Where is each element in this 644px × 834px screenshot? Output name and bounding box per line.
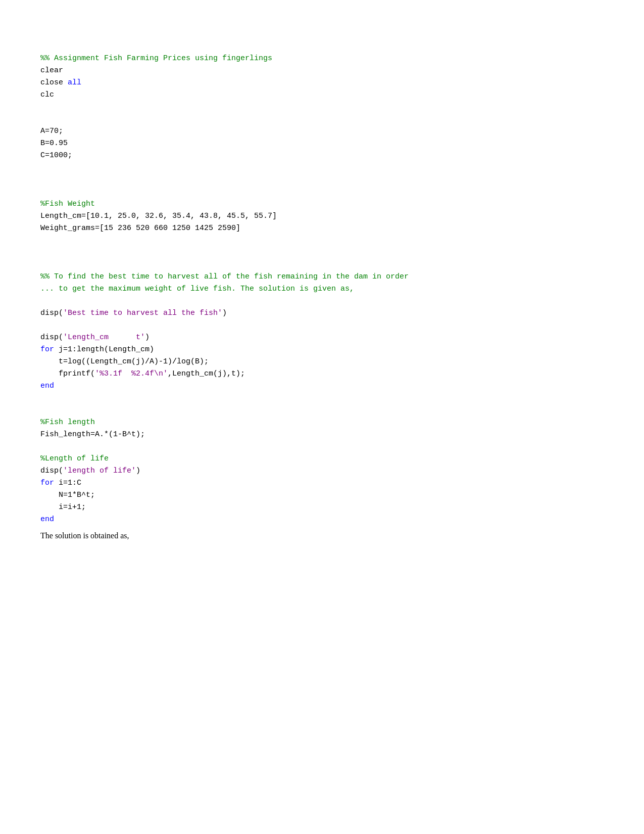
code-container: %% Assignment Fish Farming Prices using … bbox=[40, 40, 604, 526]
comment-length-of-life: %Length of life bbox=[40, 454, 109, 463]
for2-line: for i=1:C bbox=[40, 479, 81, 487]
fprintf-string: '%3.1f %2.4f\n' bbox=[95, 369, 168, 378]
disp3-suffix: ) bbox=[136, 467, 140, 475]
disp1-line: disp('Best time to harvest all the fish'… bbox=[40, 309, 227, 317]
i-inc-line: i=i+1; bbox=[40, 503, 86, 512]
all-keyword: all bbox=[68, 78, 81, 87]
comment-fish-weight: %Fish Weight bbox=[40, 200, 95, 208]
blank3 bbox=[40, 163, 45, 172]
t-calc-line: t=log((Length_cm(j)/A)-1)/log(B); bbox=[40, 357, 209, 366]
disp1-prefix: disp( bbox=[40, 309, 63, 317]
blank7 bbox=[40, 248, 45, 257]
fprintf-line: fprintf('%3.1f %2.4f\n',Length_cm(j),t); bbox=[40, 369, 245, 378]
C-line: C=1000; bbox=[40, 151, 72, 160]
blank8 bbox=[40, 260, 45, 269]
blank2 bbox=[40, 115, 45, 123]
blank6 bbox=[40, 236, 45, 245]
comment-harvest: %% To find the best time to harvest all … bbox=[40, 272, 409, 281]
comment-line-1: %% Assignment Fish Farming Prices using … bbox=[40, 54, 272, 63]
for2-keyword: for bbox=[40, 479, 54, 487]
close-keyword: close bbox=[40, 78, 68, 87]
blank10 bbox=[40, 321, 45, 330]
disp3-prefix: disp( bbox=[40, 467, 63, 475]
blank11 bbox=[40, 394, 45, 402]
A-line: A=70; bbox=[40, 127, 63, 135]
disp3-line: disp('length of life') bbox=[40, 467, 140, 475]
disp2-suffix: ) bbox=[145, 333, 150, 342]
length-cm-line: Length_cm=[10.1, 25.0, 32.6, 35.4, 43.8,… bbox=[40, 212, 277, 220]
blank12 bbox=[40, 406, 45, 414]
blank4 bbox=[40, 175, 45, 184]
for2-range: i=1:C bbox=[54, 479, 81, 487]
for1-line: for j=1:length(Length_cm) bbox=[40, 345, 154, 354]
B-line: B=0.95 bbox=[40, 139, 68, 148]
disp1-suffix: ) bbox=[222, 309, 227, 317]
disp2-prefix: disp( bbox=[40, 333, 63, 342]
for1-range: j=1:length(Length_cm) bbox=[54, 345, 154, 354]
close-line: close all bbox=[40, 78, 81, 87]
blank9 bbox=[40, 297, 45, 305]
for1-keyword: for bbox=[40, 345, 54, 354]
comment-fish-length: %Fish length bbox=[40, 418, 95, 427]
disp2-string: 'Length_cm t' bbox=[63, 333, 145, 342]
blank1 bbox=[40, 103, 45, 111]
solution-text: The solution is obtained as, bbox=[40, 530, 604, 542]
disp2-line: disp('Length_cm t') bbox=[40, 333, 150, 342]
fish-length-line: Fish_length=A.*(1-B^t); bbox=[40, 430, 145, 439]
N-calc-line: N=1*B^t; bbox=[40, 491, 95, 499]
blank13 bbox=[40, 442, 45, 451]
clc-line: clc bbox=[40, 90, 54, 99]
blank5 bbox=[40, 188, 45, 196]
end1-line: end bbox=[40, 382, 54, 390]
clear-line: clear bbox=[40, 66, 63, 75]
disp3-string: 'length of life' bbox=[63, 467, 136, 475]
weight-grams-line: Weight_grams=[15 236 520 660 1250 1425 2… bbox=[40, 224, 240, 233]
disp1-string: 'Best time to harvest all the fish' bbox=[63, 309, 222, 317]
end2-line: end bbox=[40, 515, 54, 524]
comment-weight: ... to get the maximum weight of live fi… bbox=[40, 285, 354, 293]
